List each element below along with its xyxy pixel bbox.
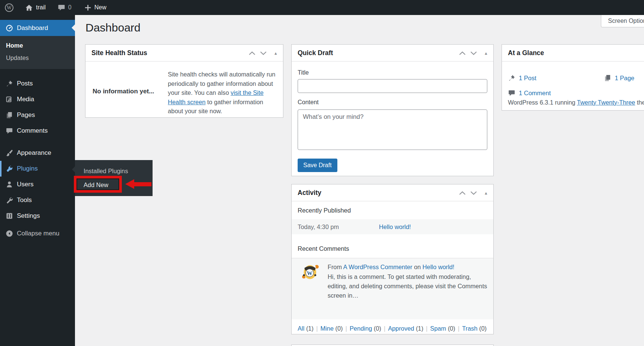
comments-icon [6,127,13,135]
brush-icon [6,149,13,157]
page-title: Dashboard [85,21,141,34]
comment-on-text: on [414,264,421,270]
filter-mine-link[interactable]: Mine [321,325,334,332]
widget-title: Activity [298,189,321,197]
sidebar-item-posts[interactable]: Posts [0,76,75,91]
comments-count-link[interactable]: 1 Comment [519,90,551,97]
published-time: Today, 4:30 pm [298,223,379,231]
users-icon [6,181,13,188]
new-content-menu[interactable]: New [81,0,110,15]
sidebar-item-tools[interactable]: Tools [0,192,75,208]
partial-next-widget [291,345,494,346]
quick-draft-content-input[interactable] [298,109,487,150]
sidebar-subitem-home[interactable]: Home [0,39,75,52]
comment-author-link[interactable]: A WordPress Commenter [343,264,412,270]
site-health-description: Site health checks will automatically ru… [168,70,277,116]
sidebar-item-dashboard[interactable]: Dashboard [0,20,75,36]
site-health-widget: Site Health Status ▲ No information yet.… [85,44,283,118]
pages-icon [604,74,611,82]
move-up-icon[interactable] [249,51,255,55]
comment-bubble-icon [508,89,515,97]
sidebar-item-media[interactable]: Media [0,91,75,107]
sidebar-item-label: Tools [17,196,32,204]
filter-count: (0) [335,325,343,332]
sidebar-item-label: Comments [17,127,48,135]
filter-count: (0) [374,325,381,332]
filter-count: (1) [306,325,314,332]
move-up-icon[interactable] [459,191,466,195]
glance-pages-item[interactable]: 1 Page [604,74,634,82]
toggle-panel-icon[interactable]: ▲ [484,191,488,195]
pin-icon [508,74,515,82]
annotation-red-arrow [134,182,151,186]
sidebar-item-label: Settings [17,212,40,220]
svg-text:W: W [307,270,313,276]
plugin-icon [6,165,13,172]
wrench-icon [6,196,13,204]
sidebar-item-label: Plugins [17,165,38,172]
sidebar-item-pages[interactable]: Pages [0,107,75,123]
glance-comments-item[interactable]: 1 Comment [508,89,551,97]
move-down-icon[interactable] [470,51,477,55]
wordpress-version-text: WordPress 6.3.1 running Twenty Twenty-Th… [508,99,644,106]
sidebar-item-label: Media [17,96,34,103]
posts-count-link[interactable]: 1 Post [519,75,536,82]
home-icon [25,4,33,12]
plus-icon [84,4,91,11]
pages-count-link[interactable]: 1 Page [615,75,634,82]
widget-title: At a Glance [508,49,544,57]
widget-title: Site Health Status [91,49,147,57]
wordpress-logo-menu[interactable]: W [0,0,18,15]
glance-posts-item[interactable]: 1 Post [508,74,536,82]
sidebar-subitem-updates[interactable]: Updates [0,52,75,64]
pages-icon [6,111,13,119]
quick-draft-title-input[interactable] [298,79,487,93]
quick-draft-content-label: Content [298,99,487,106]
theme-link[interactable]: Twenty Twenty-Three [577,99,635,106]
collapse-menu-button[interactable]: Collapse menu [0,226,75,241]
filter-trash-link[interactable]: Trash [462,325,478,332]
filter-pending-link[interactable]: Pending [350,325,372,332]
filter-all-link[interactable]: All [298,325,304,332]
save-draft-button[interactable]: Save Draft [298,159,337,172]
flyout-notch [72,166,75,173]
comments-admin-menu[interactable]: 0 [54,0,75,15]
sidebar-item-plugins[interactable]: Plugins [0,161,75,177]
activity-widget: Activity ▲ Recently Published Today, 4:3… [291,184,494,334]
sidebar-item-label: Appearance [17,149,51,157]
filter-approved-link[interactable]: Approved [388,325,414,332]
sidebar-item-users[interactable]: Users [0,177,75,192]
filter-count: (0) [479,325,487,332]
comment-meta: From A WordPress Commenter on Hello worl… [328,262,487,272]
svg-text:W: W [7,5,12,10]
widget-header: Activity ▲ [292,184,493,201]
dashboard-gauge-icon [6,24,13,32]
published-post-row: Today, 4:30 pm Hello world! [292,219,493,234]
sidebar-item-settings[interactable]: Settings [0,208,75,224]
collapse-menu-label: Collapse menu [17,230,59,237]
annotation-red-box [74,176,122,193]
site-health-status: No information yet... [91,67,163,116]
comment-item: W From A WordPress Commenter on Hello wo… [292,258,493,319]
site-name-menu[interactable]: trail [21,0,49,15]
sidebar-item-comments[interactable]: Comments [0,123,75,139]
move-down-icon[interactable] [470,191,477,195]
move-up-icon[interactable] [459,51,466,55]
admin-sidebar: Dashboard Home Updates Posts Media Pages… [0,15,75,346]
active-menu-notch [72,24,75,31]
toggle-panel-icon[interactable]: ▲ [274,51,278,55]
wordpress-logo-icon: W [4,3,14,12]
screen-options-button[interactable]: Screen Options [601,15,644,27]
comment-post-link[interactable]: Hello world! [422,264,454,270]
quick-draft-title-label: Title [298,69,487,76]
toggle-panel-icon[interactable]: ▲ [484,51,488,55]
published-post-link[interactable]: Hello world! [379,223,411,231]
filter-spam-link[interactable]: Spam [430,325,446,332]
filter-count: (1) [416,325,423,332]
comment-bubble-icon [58,4,65,11]
move-down-icon[interactable] [260,51,267,55]
comment-body: From A WordPress Commenter on Hello worl… [328,262,487,319]
sidebar-item-appearance[interactable]: Appearance [0,145,75,161]
version-text-end: theme. [635,99,644,106]
comment-from-text: From [328,264,342,270]
